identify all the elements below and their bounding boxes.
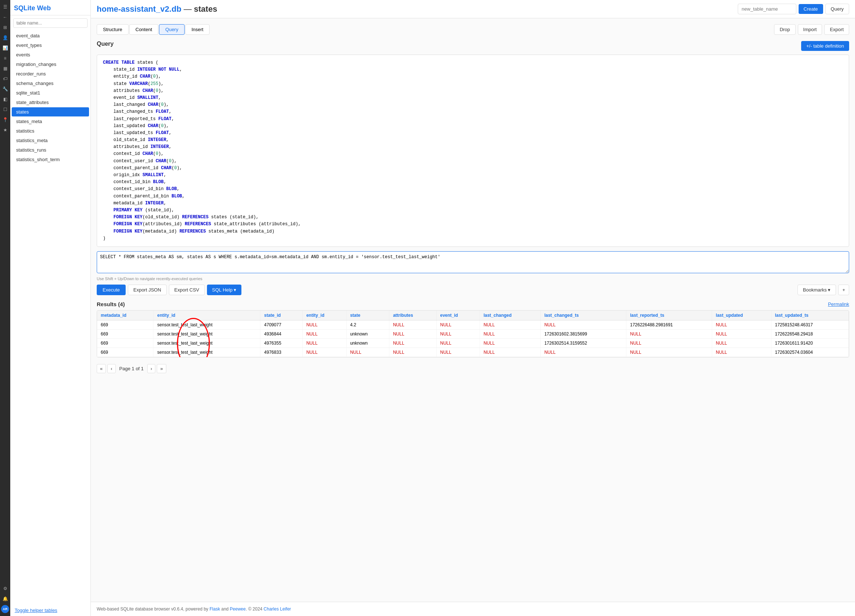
table-cell: NULL <box>436 329 480 339</box>
tab-query[interactable]: Query <box>159 24 184 35</box>
table-cell: NULL <box>712 348 771 357</box>
tab-right-export[interactable]: Export <box>824 24 849 35</box>
table-icon[interactable]: ▦ <box>1 64 9 72</box>
table-cell: NULL <box>303 339 346 348</box>
chart-icon[interactable]: 📊 <box>1 44 9 52</box>
back-icon[interactable]: ← <box>1 13 9 21</box>
table-cell: NULL <box>389 329 436 339</box>
table-body: 669sensor.test_test_last_weight4709077NU… <box>97 320 849 357</box>
sql-query-input[interactable] <box>97 251 849 273</box>
table-cell: NULL <box>626 339 712 348</box>
col-header-10: last_updated <box>712 311 771 320</box>
menu-icon[interactable]: ☰ <box>1 3 9 11</box>
sidebar-item-statistics_runs[interactable]: statistics_runs <box>12 146 89 155</box>
sidebar-item-statistics_short_term[interactable]: statistics_short_term <box>12 155 89 164</box>
sidebar-item-event_types[interactable]: event_types <box>12 41 89 50</box>
export-csv-button[interactable]: Export CSV <box>169 285 205 295</box>
page-info: Page 1 of 1 <box>117 366 146 371</box>
sidebar-nav: event_dataevent_typeseventsmigration_cha… <box>10 31 90 605</box>
table-cell: NULL <box>712 320 771 329</box>
table-cell: 1726302574.03604 <box>771 348 849 357</box>
sidebar-item-sqlite_stat1[interactable]: sqlite_stat1 <box>12 88 89 97</box>
create-button[interactable]: Create <box>798 4 823 14</box>
export-json-button[interactable]: Export JSON <box>128 285 167 295</box>
bell-icon[interactable]: 🔔 <box>1 595 9 603</box>
table-cell: sensor.test_test_last_weight <box>153 329 260 339</box>
table-name: states <box>194 5 217 14</box>
gear-icon[interactable]: ⚙ <box>1 584 9 593</box>
table-cell: 4.2 <box>346 320 389 329</box>
tabs-left: StructureContentQueryInsert <box>97 24 210 35</box>
flask-link[interactable]: Flask <box>210 607 220 611</box>
toggle-helper-tables[interactable]: Toggle helper tables <box>10 605 90 616</box>
tool-icon[interactable]: 🔧 <box>1 85 9 93</box>
permalink-link[interactable]: Permalink <box>828 302 849 307</box>
table-cell: NULL <box>436 320 480 329</box>
table-cell: NULL <box>389 339 436 348</box>
new-table-input[interactable] <box>738 4 797 14</box>
prev-page-button[interactable]: ‹ <box>107 364 115 373</box>
table-cell: NULL <box>303 329 346 339</box>
bookmarks-button[interactable]: Bookmarks ▾ <box>797 285 836 295</box>
execute-button[interactable]: Execute <box>97 285 126 295</box>
sidebar-item-statistics_meta[interactable]: statistics_meta <box>12 136 89 145</box>
table-cell: NULL <box>626 348 712 357</box>
layers-icon[interactable]: ◧ <box>1 95 9 103</box>
sidebar-item-recorder_runs[interactable]: recorder_runs <box>12 69 89 78</box>
sidebar-item-events[interactable]: events <box>12 50 89 59</box>
author-link[interactable]: Charles Leifer <box>264 607 291 611</box>
table-cell: 1726301602.3815699 <box>540 329 626 339</box>
next-page-button[interactable]: › <box>147 364 155 373</box>
table-row: 669sensor.test_test_last_weight4709077NU… <box>97 320 849 329</box>
table-search-input[interactable] <box>13 18 87 28</box>
sidebar-item-state_attributes[interactable]: state_attributes <box>12 98 89 107</box>
first-page-button[interactable]: « <box>97 364 106 373</box>
table-cell: NULL <box>346 348 389 357</box>
results-title: Results (4) <box>97 301 125 307</box>
col-header-3: entity_id <box>303 311 346 320</box>
table-cell: NULL <box>436 348 480 357</box>
tab-structure[interactable]: Structure <box>97 24 129 35</box>
page-title: home-assistant_v2.db — states <box>97 5 217 14</box>
tab-right-drop[interactable]: Drop <box>774 24 795 35</box>
last-page-button[interactable]: » <box>157 364 166 373</box>
sql-help-button[interactable]: SQL Help ▾ <box>207 285 242 295</box>
topbar-actions: Create Query <box>738 4 849 14</box>
grid-icon[interactable]: ⊞ <box>1 23 9 32</box>
sidebar-search-container <box>10 15 90 31</box>
sidebar-item-states_meta[interactable]: states_meta <box>12 117 89 126</box>
tab-right-import[interactable]: Import <box>798 24 823 35</box>
sidebar-item-states[interactable]: states <box>12 107 89 116</box>
table-cell: 1726226548.29418 <box>771 329 849 339</box>
star-icon[interactable]: ★ <box>1 126 9 134</box>
pagination: « ‹ Page 1 of 1 › » <box>97 362 849 375</box>
query-button[interactable]: Query <box>825 4 849 14</box>
person-icon[interactable]: 👤 <box>1 34 9 42</box>
col-header-0: metadata_id <box>97 311 153 320</box>
tabs-bar: StructureContentQueryInsert DropImportEx… <box>97 24 849 35</box>
table-cell: unknown <box>346 329 389 339</box>
table-cell: NULL <box>303 348 346 357</box>
table-definition-button[interactable]: +/- table definition <box>801 41 849 51</box>
table-cell: NULL <box>712 329 771 339</box>
sidebar-item-schema_changes[interactable]: schema_changes <box>12 79 89 88</box>
list-icon[interactable]: ≡ <box>1 54 9 62</box>
table-cell: sensor.test_test_last_weight <box>153 348 260 357</box>
table-cell: 669 <box>97 339 153 348</box>
sidebar-item-event_data[interactable]: event_data <box>12 31 89 40</box>
sidebar-item-migration_changes[interactable]: migration_changes <box>12 60 89 69</box>
add-bookmark-button[interactable]: + <box>838 285 849 295</box>
location-icon[interactable]: 📍 <box>1 116 9 124</box>
table-cell: NULL <box>480 348 540 357</box>
box-icon[interactable]: ☐ <box>1 106 9 113</box>
peewee-link[interactable]: Peewee <box>230 607 245 611</box>
table-cell: 1726301611.91420 <box>771 339 849 348</box>
tag-icon[interactable]: 🏷 <box>1 75 9 83</box>
tab-content[interactable]: Content <box>129 24 159 35</box>
sidebar: SQLite Web event_dataevent_typeseventsmi… <box>10 0 91 616</box>
sidebar-item-statistics[interactable]: statistics <box>12 126 89 135</box>
avatar-icon[interactable]: AR <box>1 605 9 613</box>
table-cell: 4936844 <box>260 329 303 339</box>
tab-insert[interactable]: Insert <box>185 24 210 35</box>
query-hint: Use Shift + Up/Down to navigate recently… <box>97 276 849 281</box>
